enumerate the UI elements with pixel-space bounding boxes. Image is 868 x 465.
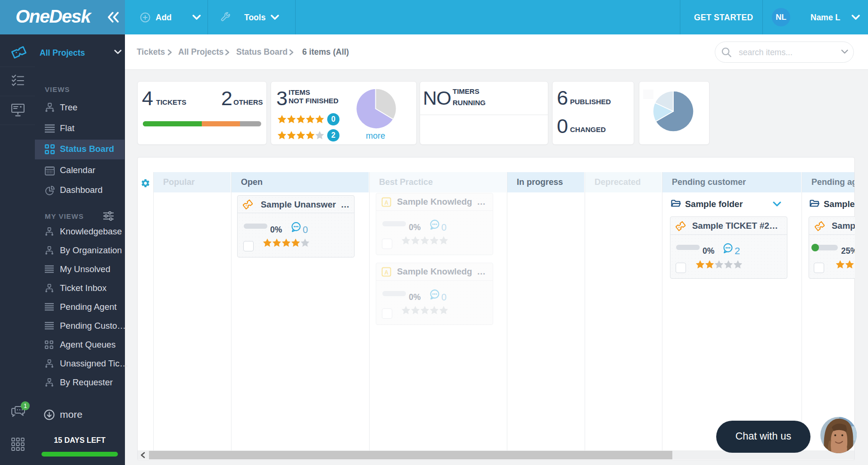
svg-text:A: A xyxy=(384,199,389,206)
svg-text:A: A xyxy=(384,269,389,276)
